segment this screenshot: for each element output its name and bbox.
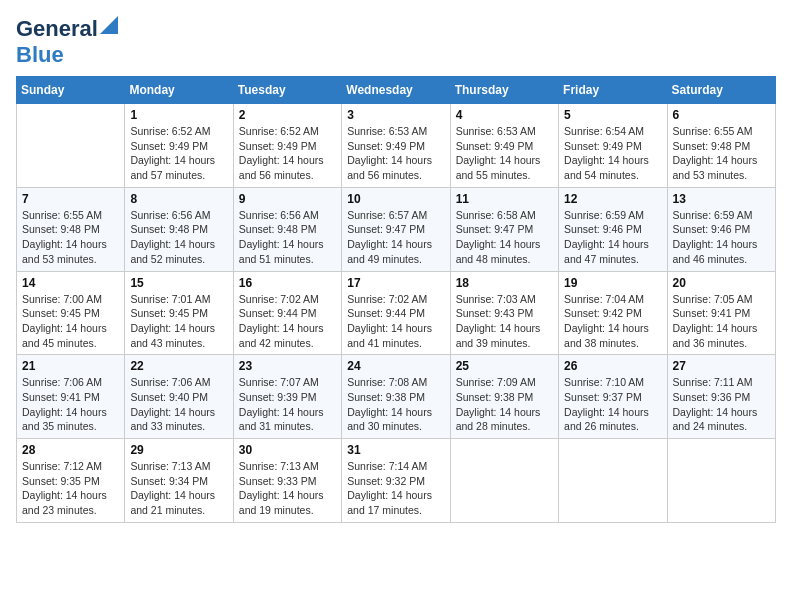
calendar-cell: 28Sunrise: 7:12 AMSunset: 9:35 PMDayligh… <box>17 439 125 523</box>
day-number: 4 <box>456 108 553 122</box>
calendar-cell: 30Sunrise: 7:13 AMSunset: 9:33 PMDayligh… <box>233 439 341 523</box>
calendar-cell: 6Sunrise: 6:55 AMSunset: 9:48 PMDaylight… <box>667 104 775 188</box>
calendar-cell: 29Sunrise: 7:13 AMSunset: 9:34 PMDayligh… <box>125 439 233 523</box>
day-number: 11 <box>456 192 553 206</box>
day-info: Sunrise: 6:59 AMSunset: 9:46 PMDaylight:… <box>673 208 770 267</box>
day-number: 31 <box>347 443 444 457</box>
calendar-cell: 9Sunrise: 6:56 AMSunset: 9:48 PMDaylight… <box>233 187 341 271</box>
day-info: Sunrise: 7:09 AMSunset: 9:38 PMDaylight:… <box>456 375 553 434</box>
day-number: 3 <box>347 108 444 122</box>
day-number: 18 <box>456 276 553 290</box>
calendar-cell: 8Sunrise: 6:56 AMSunset: 9:48 PMDaylight… <box>125 187 233 271</box>
calendar-cell <box>559 439 667 523</box>
week-row-3: 14Sunrise: 7:00 AMSunset: 9:45 PMDayligh… <box>17 271 776 355</box>
day-number: 26 <box>564 359 661 373</box>
day-info: Sunrise: 7:07 AMSunset: 9:39 PMDaylight:… <box>239 375 336 434</box>
day-info: Sunrise: 7:06 AMSunset: 9:40 PMDaylight:… <box>130 375 227 434</box>
calendar-cell: 2Sunrise: 6:52 AMSunset: 9:49 PMDaylight… <box>233 104 341 188</box>
day-info: Sunrise: 7:13 AMSunset: 9:34 PMDaylight:… <box>130 459 227 518</box>
weekday-header-friday: Friday <box>559 77 667 104</box>
day-number: 30 <box>239 443 336 457</box>
day-info: Sunrise: 7:14 AMSunset: 9:32 PMDaylight:… <box>347 459 444 518</box>
day-number: 17 <box>347 276 444 290</box>
day-info: Sunrise: 7:02 AMSunset: 9:44 PMDaylight:… <box>347 292 444 351</box>
calendar-cell: 14Sunrise: 7:00 AMSunset: 9:45 PMDayligh… <box>17 271 125 355</box>
day-number: 27 <box>673 359 770 373</box>
week-row-1: 1Sunrise: 6:52 AMSunset: 9:49 PMDaylight… <box>17 104 776 188</box>
day-info: Sunrise: 6:52 AMSunset: 9:49 PMDaylight:… <box>130 124 227 183</box>
day-number: 21 <box>22 359 119 373</box>
calendar-cell: 23Sunrise: 7:07 AMSunset: 9:39 PMDayligh… <box>233 355 341 439</box>
day-number: 7 <box>22 192 119 206</box>
calendar-cell: 17Sunrise: 7:02 AMSunset: 9:44 PMDayligh… <box>342 271 450 355</box>
day-number: 24 <box>347 359 444 373</box>
calendar-cell: 19Sunrise: 7:04 AMSunset: 9:42 PMDayligh… <box>559 271 667 355</box>
day-number: 19 <box>564 276 661 290</box>
day-number: 23 <box>239 359 336 373</box>
day-info: Sunrise: 7:06 AMSunset: 9:41 PMDaylight:… <box>22 375 119 434</box>
day-number: 15 <box>130 276 227 290</box>
weekday-header-row: SundayMondayTuesdayWednesdayThursdayFrid… <box>17 77 776 104</box>
day-info: Sunrise: 6:57 AMSunset: 9:47 PMDaylight:… <box>347 208 444 267</box>
day-info: Sunrise: 7:08 AMSunset: 9:38 PMDaylight:… <box>347 375 444 434</box>
day-number: 9 <box>239 192 336 206</box>
calendar-cell: 1Sunrise: 6:52 AMSunset: 9:49 PMDaylight… <box>125 104 233 188</box>
day-number: 16 <box>239 276 336 290</box>
svg-marker-0 <box>100 16 118 34</box>
calendar-cell: 24Sunrise: 7:08 AMSunset: 9:38 PMDayligh… <box>342 355 450 439</box>
calendar-cell: 27Sunrise: 7:11 AMSunset: 9:36 PMDayligh… <box>667 355 775 439</box>
day-info: Sunrise: 7:02 AMSunset: 9:44 PMDaylight:… <box>239 292 336 351</box>
day-info: Sunrise: 7:04 AMSunset: 9:42 PMDaylight:… <box>564 292 661 351</box>
logo-triangle-icon <box>100 16 118 38</box>
day-info: Sunrise: 6:55 AMSunset: 9:48 PMDaylight:… <box>673 124 770 183</box>
weekday-header-tuesday: Tuesday <box>233 77 341 104</box>
day-number: 29 <box>130 443 227 457</box>
calendar-cell: 3Sunrise: 6:53 AMSunset: 9:49 PMDaylight… <box>342 104 450 188</box>
day-number: 10 <box>347 192 444 206</box>
day-number: 14 <box>22 276 119 290</box>
day-info: Sunrise: 6:59 AMSunset: 9:46 PMDaylight:… <box>564 208 661 267</box>
weekday-header-sunday: Sunday <box>17 77 125 104</box>
day-info: Sunrise: 6:54 AMSunset: 9:49 PMDaylight:… <box>564 124 661 183</box>
calendar-cell: 5Sunrise: 6:54 AMSunset: 9:49 PMDaylight… <box>559 104 667 188</box>
logo-blue: Blue <box>16 42 64 67</box>
calendar-cell: 13Sunrise: 6:59 AMSunset: 9:46 PMDayligh… <box>667 187 775 271</box>
day-number: 1 <box>130 108 227 122</box>
weekday-header-thursday: Thursday <box>450 77 558 104</box>
day-number: 22 <box>130 359 227 373</box>
calendar: SundayMondayTuesdayWednesdayThursdayFrid… <box>16 76 776 523</box>
day-number: 2 <box>239 108 336 122</box>
calendar-cell: 20Sunrise: 7:05 AMSunset: 9:41 PMDayligh… <box>667 271 775 355</box>
day-info: Sunrise: 7:01 AMSunset: 9:45 PMDaylight:… <box>130 292 227 351</box>
day-number: 6 <box>673 108 770 122</box>
day-number: 13 <box>673 192 770 206</box>
calendar-cell: 11Sunrise: 6:58 AMSunset: 9:47 PMDayligh… <box>450 187 558 271</box>
day-info: Sunrise: 6:53 AMSunset: 9:49 PMDaylight:… <box>456 124 553 183</box>
calendar-cell: 26Sunrise: 7:10 AMSunset: 9:37 PMDayligh… <box>559 355 667 439</box>
day-number: 25 <box>456 359 553 373</box>
calendar-cell <box>450 439 558 523</box>
calendar-cell: 18Sunrise: 7:03 AMSunset: 9:43 PMDayligh… <box>450 271 558 355</box>
day-info: Sunrise: 6:53 AMSunset: 9:49 PMDaylight:… <box>347 124 444 183</box>
logo-general: General <box>16 16 98 42</box>
week-row-5: 28Sunrise: 7:12 AMSunset: 9:35 PMDayligh… <box>17 439 776 523</box>
day-info: Sunrise: 7:03 AMSunset: 9:43 PMDaylight:… <box>456 292 553 351</box>
weekday-header-monday: Monday <box>125 77 233 104</box>
week-row-2: 7Sunrise: 6:55 AMSunset: 9:48 PMDaylight… <box>17 187 776 271</box>
day-number: 5 <box>564 108 661 122</box>
calendar-cell: 12Sunrise: 6:59 AMSunset: 9:46 PMDayligh… <box>559 187 667 271</box>
day-info: Sunrise: 7:00 AMSunset: 9:45 PMDaylight:… <box>22 292 119 351</box>
calendar-cell: 31Sunrise: 7:14 AMSunset: 9:32 PMDayligh… <box>342 439 450 523</box>
calendar-cell: 25Sunrise: 7:09 AMSunset: 9:38 PMDayligh… <box>450 355 558 439</box>
calendar-cell: 21Sunrise: 7:06 AMSunset: 9:41 PMDayligh… <box>17 355 125 439</box>
day-info: Sunrise: 7:10 AMSunset: 9:37 PMDaylight:… <box>564 375 661 434</box>
logo: General Blue <box>16 16 118 68</box>
day-info: Sunrise: 6:56 AMSunset: 9:48 PMDaylight:… <box>130 208 227 267</box>
week-row-4: 21Sunrise: 7:06 AMSunset: 9:41 PMDayligh… <box>17 355 776 439</box>
day-info: Sunrise: 6:56 AMSunset: 9:48 PMDaylight:… <box>239 208 336 267</box>
day-number: 20 <box>673 276 770 290</box>
calendar-cell <box>17 104 125 188</box>
day-number: 28 <box>22 443 119 457</box>
calendar-cell: 15Sunrise: 7:01 AMSunset: 9:45 PMDayligh… <box>125 271 233 355</box>
calendar-cell: 10Sunrise: 6:57 AMSunset: 9:47 PMDayligh… <box>342 187 450 271</box>
